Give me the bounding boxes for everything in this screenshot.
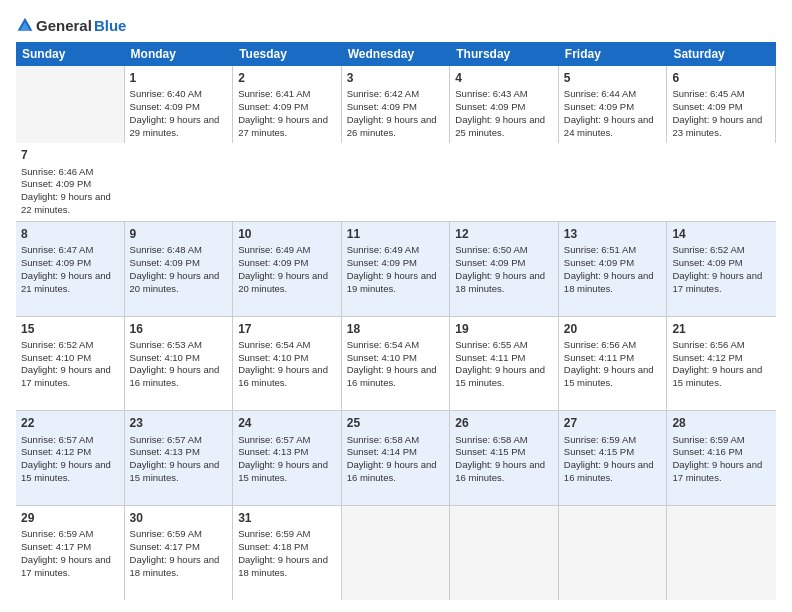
daylight-text: Daylight: 9 hours and 16 minutes. (347, 459, 445, 485)
day-number: 28 (672, 415, 771, 431)
calendar-cell (16, 66, 125, 143)
day-number: 14 (672, 226, 771, 242)
daylight-text: Daylight: 9 hours and 18 minutes. (130, 554, 228, 580)
sunrise-text: Sunrise: 6:51 AM (564, 244, 636, 255)
calendar-cell: 4Sunrise: 6:43 AM Sunset: 4:09 PMDayligh… (450, 66, 559, 143)
day-number: 19 (455, 321, 553, 337)
daylight-text: Daylight: 9 hours and 17 minutes. (21, 364, 119, 390)
calendar-week: 15Sunrise: 6:52 AM Sunset: 4:10 PMDaylig… (16, 317, 776, 412)
sunset-text: Sunset: 4:09 PM (130, 101, 228, 114)
day-number: 31 (238, 510, 336, 526)
day-number: 27 (564, 415, 662, 431)
daylight-text: Daylight: 9 hours and 17 minutes. (21, 554, 119, 580)
daylight-text: Daylight: 9 hours and 16 minutes. (347, 364, 445, 390)
calendar-cell: 15Sunrise: 6:52 AM Sunset: 4:10 PMDaylig… (16, 317, 125, 411)
calendar-cell: 10Sunrise: 6:49 AM Sunset: 4:09 PMDaylig… (233, 222, 342, 316)
sunrise-text: Sunrise: 6:57 AM (238, 434, 310, 445)
calendar-header-day: Sunday (16, 42, 125, 66)
calendar-cell (450, 506, 559, 600)
calendar-cell: 23Sunrise: 6:57 AM Sunset: 4:13 PMDaylig… (125, 411, 234, 505)
calendar-week: 29Sunrise: 6:59 AM Sunset: 4:17 PMDaylig… (16, 506, 776, 600)
calendar-cell: 31Sunrise: 6:59 AM Sunset: 4:18 PMDaylig… (233, 506, 342, 600)
calendar-cell: 12Sunrise: 6:50 AM Sunset: 4:09 PMDaylig… (450, 222, 559, 316)
daylight-text: Daylight: 9 hours and 17 minutes. (672, 459, 771, 485)
calendar-cell: 16Sunrise: 6:53 AM Sunset: 4:10 PMDaylig… (125, 317, 234, 411)
day-number: 4 (455, 70, 553, 86)
calendar-cell (667, 506, 776, 600)
sunrise-text: Sunrise: 6:44 AM (564, 88, 636, 99)
calendar-cell: 18Sunrise: 6:54 AM Sunset: 4:10 PMDaylig… (342, 317, 451, 411)
daylight-text: Daylight: 9 hours and 20 minutes. (130, 270, 228, 296)
calendar-week: 8Sunrise: 6:47 AM Sunset: 4:09 PMDayligh… (16, 222, 776, 317)
sunset-text: Sunset: 4:09 PM (672, 257, 771, 270)
sunset-text: Sunset: 4:17 PM (130, 541, 228, 554)
sunrise-text: Sunrise: 6:53 AM (130, 339, 202, 350)
sunset-text: Sunset: 4:09 PM (238, 257, 336, 270)
sunrise-text: Sunrise: 6:50 AM (455, 244, 527, 255)
daylight-text: Daylight: 9 hours and 18 minutes. (564, 270, 662, 296)
day-number: 20 (564, 321, 662, 337)
sunset-text: Sunset: 4:09 PM (347, 101, 445, 114)
day-number: 9 (130, 226, 228, 242)
daylight-text: Daylight: 9 hours and 18 minutes. (238, 554, 336, 580)
sunset-text: Sunset: 4:09 PM (672, 101, 770, 114)
daylight-text: Daylight: 9 hours and 23 minutes. (672, 114, 770, 140)
day-number: 1 (130, 70, 228, 86)
sunset-text: Sunset: 4:17 PM (21, 541, 119, 554)
day-number: 11 (347, 226, 445, 242)
daylight-text: Daylight: 9 hours and 15 minutes. (564, 364, 662, 390)
sunset-text: Sunset: 4:10 PM (21, 352, 119, 365)
daylight-text: Daylight: 9 hours and 20 minutes. (238, 270, 336, 296)
day-number: 5 (564, 70, 662, 86)
day-number: 15 (21, 321, 119, 337)
daylight-text: Daylight: 9 hours and 15 minutes. (672, 364, 771, 390)
sunrise-text: Sunrise: 6:58 AM (455, 434, 527, 445)
sunrise-text: Sunrise: 6:59 AM (238, 528, 310, 539)
daylight-text: Daylight: 9 hours and 15 minutes. (21, 459, 119, 485)
calendar-cell: 1Sunrise: 6:40 AM Sunset: 4:09 PMDayligh… (125, 66, 234, 143)
day-number: 25 (347, 415, 445, 431)
sunset-text: Sunset: 4:16 PM (672, 446, 771, 459)
sunrise-text: Sunrise: 6:59 AM (21, 528, 93, 539)
day-number: 8 (21, 226, 119, 242)
sunrise-text: Sunrise: 6:57 AM (21, 434, 93, 445)
calendar-cell: 20Sunrise: 6:56 AM Sunset: 4:11 PMDaylig… (559, 317, 668, 411)
daylight-text: Daylight: 9 hours and 17 minutes. (672, 270, 771, 296)
day-number: 2 (238, 70, 336, 86)
sunset-text: Sunset: 4:10 PM (347, 352, 445, 365)
sunrise-text: Sunrise: 6:49 AM (238, 244, 310, 255)
sunset-text: Sunset: 4:18 PM (238, 541, 336, 554)
daylight-text: Daylight: 9 hours and 16 minutes. (455, 459, 553, 485)
calendar-cell: 17Sunrise: 6:54 AM Sunset: 4:10 PMDaylig… (233, 317, 342, 411)
calendar-header: SundayMondayTuesdayWednesdayThursdayFrid… (16, 42, 776, 66)
daylight-text: Daylight: 9 hours and 29 minutes. (130, 114, 228, 140)
day-number: 6 (672, 70, 770, 86)
calendar-cell: 9Sunrise: 6:48 AM Sunset: 4:09 PMDayligh… (125, 222, 234, 316)
daylight-text: Daylight: 9 hours and 21 minutes. (21, 270, 119, 296)
sunrise-text: Sunrise: 6:59 AM (672, 434, 744, 445)
sunset-text: Sunset: 4:09 PM (347, 257, 445, 270)
sunset-text: Sunset: 4:11 PM (455, 352, 553, 365)
day-number: 22 (21, 415, 119, 431)
day-number: 17 (238, 321, 336, 337)
sunset-text: Sunset: 4:09 PM (564, 101, 662, 114)
calendar-week: 22Sunrise: 6:57 AM Sunset: 4:12 PMDaylig… (16, 411, 776, 506)
sunset-text: Sunset: 4:10 PM (238, 352, 336, 365)
sunset-text: Sunset: 4:09 PM (455, 257, 553, 270)
calendar-body: 1Sunrise: 6:40 AM Sunset: 4:09 PMDayligh… (16, 66, 776, 600)
day-number: 12 (455, 226, 553, 242)
day-number: 7 (21, 147, 120, 163)
sunrise-text: Sunrise: 6:54 AM (347, 339, 419, 350)
day-number: 21 (672, 321, 771, 337)
sunset-text: Sunset: 4:09 PM (564, 257, 662, 270)
sunset-text: Sunset: 4:09 PM (238, 101, 336, 114)
day-number: 30 (130, 510, 228, 526)
sunrise-text: Sunrise: 6:43 AM (455, 88, 527, 99)
calendar-cell: 5Sunrise: 6:44 AM Sunset: 4:09 PMDayligh… (559, 66, 668, 143)
sunrise-text: Sunrise: 6:52 AM (672, 244, 744, 255)
calendar-cell: 8Sunrise: 6:47 AM Sunset: 4:09 PMDayligh… (16, 222, 125, 316)
sunset-text: Sunset: 4:09 PM (21, 178, 120, 191)
calendar-cell: 13Sunrise: 6:51 AM Sunset: 4:09 PMDaylig… (559, 222, 668, 316)
sunrise-text: Sunrise: 6:41 AM (238, 88, 310, 99)
daylight-text: Daylight: 9 hours and 16 minutes. (130, 364, 228, 390)
